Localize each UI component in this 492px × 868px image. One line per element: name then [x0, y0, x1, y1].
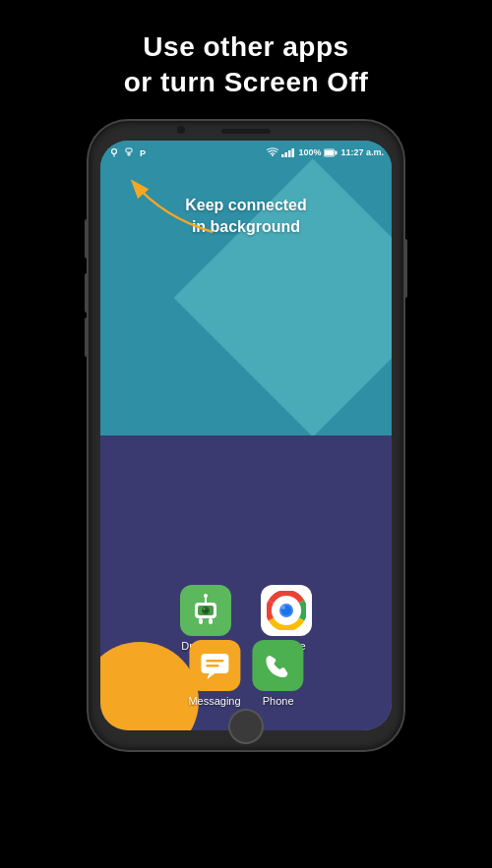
phone-device: P [89, 121, 403, 750]
status-right-info: 100% 11:27 a.m. [267, 147, 384, 157]
app-grid-row2: Messaging Phone [188, 640, 303, 707]
svg-point-31 [281, 606, 285, 609]
phone-logo [261, 648, 296, 683]
home-button[interactable] [228, 709, 264, 744]
messaging-icon-bg [189, 640, 240, 691]
signal-icon [281, 147, 295, 157]
svg-rect-33 [206, 660, 223, 663]
svg-point-0 [112, 148, 117, 153]
svg-rect-2 [126, 148, 132, 152]
svg-rect-22 [209, 618, 213, 624]
battery-icon [324, 147, 338, 157]
svg-rect-9 [292, 148, 295, 157]
instruction-text: Use other apps or turn Screen Off [89, 29, 403, 101]
phone-icon-bg [253, 640, 304, 691]
status-bar: P [100, 141, 392, 164]
svg-point-16 [204, 594, 208, 598]
svg-rect-34 [206, 665, 218, 667]
status-left-icons: P [108, 146, 150, 158]
battery-percent: 100% [298, 147, 321, 157]
chrome-icon-bg [261, 585, 312, 636]
droidcam-logo [188, 593, 223, 628]
usb-icon [123, 146, 135, 158]
chrome-logo [267, 591, 306, 630]
app-messaging[interactable]: Messaging [188, 640, 240, 707]
phone-speaker [221, 129, 271, 134]
messaging-logo [197, 648, 232, 683]
svg-rect-8 [288, 150, 291, 157]
wifi-icon [267, 147, 278, 157]
messaging-label: Messaging [188, 695, 240, 707]
parking-icon: P [138, 146, 150, 158]
svg-rect-12 [336, 150, 338, 154]
phone-screen: P [100, 141, 392, 730]
status-time: 11:27 a.m. [340, 147, 384, 157]
svg-rect-32 [201, 654, 228, 673]
svg-rect-11 [325, 150, 334, 155]
droidcam-icon-bg [180, 585, 231, 636]
phone-body: P [89, 121, 403, 750]
location-icon [108, 146, 120, 158]
app-phone[interactable]: Phone [253, 640, 304, 707]
svg-rect-6 [281, 154, 284, 157]
svg-rect-21 [199, 618, 203, 624]
svg-text:P: P [140, 148, 146, 157]
phone-camera [177, 126, 185, 134]
keep-connected-text: Keep connected in background [185, 195, 307, 239]
svg-point-26 [204, 608, 206, 609]
page-container: Use other apps or turn Screen Off [89, 0, 403, 750]
phone-label: Phone [263, 695, 294, 707]
svg-rect-7 [285, 152, 288, 157]
